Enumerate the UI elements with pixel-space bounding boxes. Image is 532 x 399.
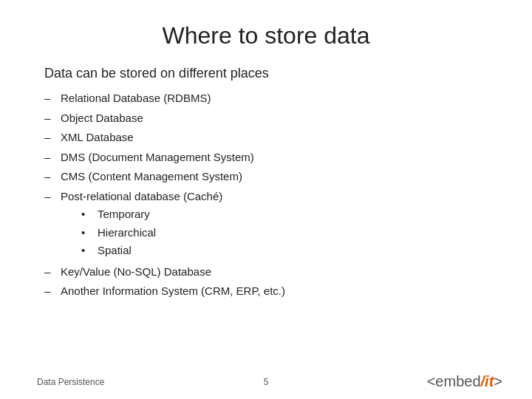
bullet-text-8: Another Information System (CRM, ERP, et… bbox=[61, 283, 285, 300]
bullet-text-4: DMS (Document Management System) bbox=[61, 149, 254, 166]
brand-logo: <embed/it> bbox=[427, 373, 502, 390]
bullet-text-1: Relational Database (RDBMS) bbox=[61, 90, 211, 107]
sub-bullet-list: • Temporary • Hierarchical • Spatial bbox=[81, 206, 222, 259]
bullet-item-4: – DMS (Document Management System) bbox=[44, 149, 495, 166]
bullet-item-7: – Key/Value (No-SQL) Database bbox=[44, 264, 495, 281]
sub-bullet-item-3: • Spatial bbox=[81, 242, 222, 259]
sub-bullet-text-1: Temporary bbox=[98, 206, 150, 223]
bullet-text-3: XML Database bbox=[61, 129, 134, 146]
dash-icon: – bbox=[44, 90, 55, 107]
slide-subtitle: Data can be stored on different places bbox=[44, 66, 495, 81]
sub-bullet-text-3: Spatial bbox=[98, 242, 132, 259]
footer: Data Persistence bbox=[37, 377, 104, 387]
dot-icon: • bbox=[81, 225, 92, 242]
bullet-text-7: Key/Value (No-SQL) Database bbox=[61, 264, 211, 281]
brand-it: /it bbox=[481, 373, 494, 389]
bullet-item-6-content: Post-relational database (Caché) • Tempo… bbox=[61, 188, 222, 261]
dash-icon: – bbox=[44, 110, 55, 127]
sub-bullet-item-1: • Temporary bbox=[81, 206, 222, 223]
brand-more: > bbox=[494, 373, 502, 389]
bullet-item-8: – Another Information System (CRM, ERP, … bbox=[44, 283, 495, 300]
bullet-item-5: – CMS (Content Management System) bbox=[44, 168, 495, 185]
dash-icon: – bbox=[44, 188, 55, 205]
sub-bullet-item-2: • Hierarchical bbox=[81, 225, 222, 242]
main-bullet-list: – Relational Database (RDBMS) – Object D… bbox=[44, 90, 495, 300]
sub-bullet-text-2: Hierarchical bbox=[98, 225, 156, 242]
brand-less: <embed bbox=[427, 373, 481, 389]
dash-icon: – bbox=[44, 168, 55, 185]
bullet-item-1: – Relational Database (RDBMS) bbox=[44, 90, 495, 107]
slide-title: Where to store data bbox=[37, 22, 495, 50]
bullet-item-3: – XML Database bbox=[44, 129, 495, 146]
dot-icon: • bbox=[81, 242, 92, 259]
bullet-text-6: Post-relational database (Caché) bbox=[61, 190, 222, 202]
slide-content: Data can be stored on different places –… bbox=[37, 66, 495, 300]
dash-icon: – bbox=[44, 149, 55, 166]
bullet-item-2: – Object Database bbox=[44, 110, 495, 127]
dash-icon: – bbox=[44, 283, 55, 300]
dot-icon: • bbox=[81, 206, 92, 223]
page-number: 5 bbox=[264, 377, 269, 387]
bullet-text-2: Object Database bbox=[61, 110, 143, 127]
slide: Where to store data Data can be stored o… bbox=[0, 0, 532, 399]
dash-icon: – bbox=[44, 129, 55, 146]
dash-icon: – bbox=[44, 264, 55, 281]
bullet-item-6: – Post-relational database (Caché) • Tem… bbox=[44, 188, 495, 261]
bullet-text-5: CMS (Content Management System) bbox=[61, 168, 242, 185]
